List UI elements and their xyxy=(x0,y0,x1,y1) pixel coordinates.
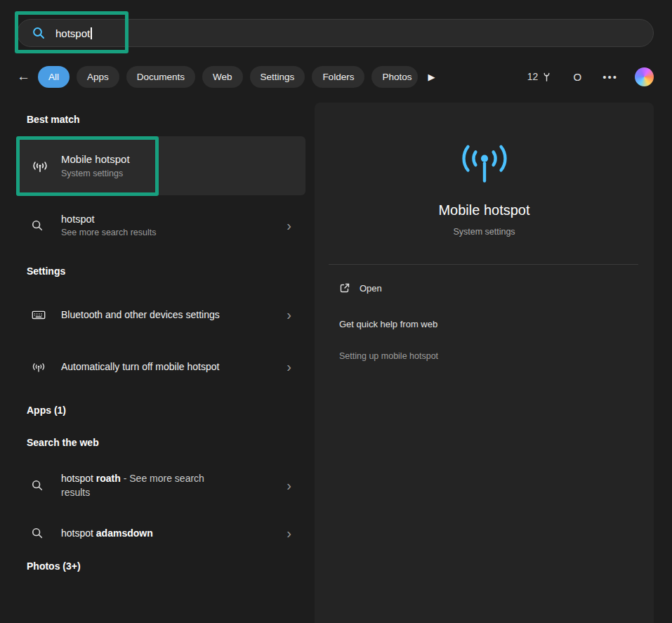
search-icon xyxy=(31,527,55,539)
result-bluetooth-settings[interactable]: Bluetooth and other devices settings › xyxy=(17,291,305,339)
search-web-heading: Search the web xyxy=(27,437,99,448)
back-arrow-icon[interactable]: ← xyxy=(17,69,38,84)
preview-title: Mobile hotspot xyxy=(315,202,654,218)
result-subtitle: System settings xyxy=(61,169,130,178)
expand-tabs-icon[interactable]: ▶ xyxy=(428,72,435,82)
tab-photos[interactable]: Photos xyxy=(371,66,418,88)
divider xyxy=(329,264,638,265)
best-match-heading: Best match xyxy=(27,114,79,125)
result-label: hotspot adamsdown xyxy=(61,526,230,540)
hotspot-icon-large xyxy=(455,135,514,187)
search-flyout: hotspot ← All Apps Documents Web Setting… xyxy=(0,0,672,623)
chevron-right-icon[interactable]: › xyxy=(286,478,291,492)
status-count: 12 xyxy=(527,71,553,82)
chevron-right-icon[interactable]: › xyxy=(286,218,291,232)
open-external-icon xyxy=(339,282,350,294)
search-icon xyxy=(31,219,55,232)
apps-heading: Apps (1) xyxy=(27,405,66,416)
search-query-text: hotspot xyxy=(55,27,90,39)
label-prefix: hotspot xyxy=(61,473,96,484)
help-link-setting-up-hotspot[interactable]: Setting up mobile hotspot xyxy=(339,351,438,361)
result-text: Bluetooth and other devices settings xyxy=(61,308,230,322)
result-label: Automatically turn off mobile hotspot xyxy=(61,360,230,374)
copilot-icon[interactable] xyxy=(635,67,654,86)
label-prefix: hotspot xyxy=(61,527,96,539)
text-caret xyxy=(91,27,92,39)
tab-apps[interactable]: Apps xyxy=(77,66,119,88)
hotspot-icon xyxy=(31,359,55,374)
filter-bar: ← All Apps Documents Web Settings Folder… xyxy=(17,64,654,89)
preview-subtitle: System settings xyxy=(315,227,654,237)
open-action[interactable]: Open xyxy=(339,282,382,294)
quick-help-heading: Get quick help from web xyxy=(339,319,437,329)
open-label: Open xyxy=(360,283,382,294)
search-icon xyxy=(31,479,55,492)
account-avatar[interactable]: O xyxy=(569,68,586,85)
preview-panel: Mobile hotspot System settings Open Get … xyxy=(315,103,654,623)
chevron-right-icon[interactable]: › xyxy=(286,526,291,540)
search-input[interactable]: hotspot xyxy=(17,19,654,47)
chevron-right-icon[interactable]: › xyxy=(286,360,291,374)
filter-bar-right: 12 O ••• xyxy=(527,67,654,86)
search-icon xyxy=(32,26,46,40)
result-text: hotspot roath - See more search results xyxy=(61,471,230,500)
chevron-right-icon[interactable]: › xyxy=(286,308,291,322)
result-text: hotspot See more search results xyxy=(61,214,156,237)
results-panel: Best match Mobile hotspot System setting… xyxy=(0,103,315,623)
result-auto-turnoff-hotspot[interactable]: Automatically turn off mobile hotspot › xyxy=(17,343,305,391)
hotspot-icon xyxy=(31,157,55,175)
tab-web[interactable]: Web xyxy=(202,66,243,88)
tab-documents[interactable]: Documents xyxy=(126,66,195,88)
result-web-adamsdown[interactable]: hotspot adamsdown › xyxy=(17,517,305,549)
result-web-roath[interactable]: hotspot roath - See more search results … xyxy=(17,462,305,509)
result-title: Mobile hotspot xyxy=(61,153,130,165)
result-see-more[interactable]: hotspot See more search results › xyxy=(17,205,305,246)
result-text: hotspot adamsdown xyxy=(61,526,230,540)
photos-heading: Photos (3+) xyxy=(27,560,81,572)
label-bold: adamsdown xyxy=(96,527,153,539)
result-text: Mobile hotspot System settings xyxy=(61,153,130,178)
tab-settings[interactable]: Settings xyxy=(250,66,305,88)
result-subtitle: See more search results xyxy=(61,228,156,237)
count-badge: 12 xyxy=(527,71,539,82)
result-label: Bluetooth and other devices settings xyxy=(61,308,230,322)
more-options-icon[interactable]: ••• xyxy=(602,71,618,83)
devices-keyboard-icon xyxy=(31,307,55,322)
label-bold: roath xyxy=(96,473,121,484)
settings-heading: Settings xyxy=(27,265,65,277)
tab-all[interactable]: All xyxy=(38,66,70,88)
result-text: Automatically turn off mobile hotspot xyxy=(61,360,230,374)
antenna-status-icon xyxy=(541,72,552,82)
result-mobile-hotspot[interactable]: Mobile hotspot System settings xyxy=(17,136,305,195)
result-title: hotspot xyxy=(61,214,156,225)
tab-folders[interactable]: Folders xyxy=(312,66,364,88)
result-label: hotspot roath - See more search results xyxy=(61,471,230,500)
